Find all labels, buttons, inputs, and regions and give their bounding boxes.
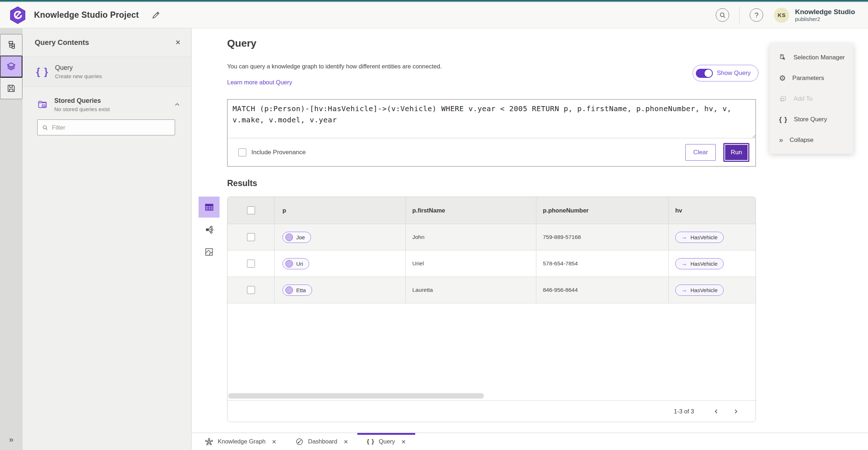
header-divider: [739, 7, 740, 24]
question-mark-icon: ?: [754, 11, 758, 19]
tab-label: Query: [379, 438, 395, 445]
cell-firstname: Lauretta: [406, 277, 536, 303]
next-page-button[interactable]: [730, 406, 741, 417]
store-query-label: Store Query: [794, 116, 827, 123]
tab-query[interactable]: { } Query ×: [357, 433, 415, 450]
close-icon: ×: [175, 37, 180, 47]
save-nav-button[interactable]: [0, 77, 22, 99]
braces-icon: { }: [779, 115, 787, 123]
search-button[interactable]: [716, 8, 729, 22]
map-view-icon: [204, 247, 214, 257]
expand-strip-button[interactable]: »: [0, 433, 22, 446]
toggle-switch-on[interactable]: [696, 69, 713, 78]
close-tab-icon[interactable]: ×: [401, 438, 406, 445]
project-title: Knowledge Studio Project: [34, 10, 139, 20]
show-query-toggle-button[interactable]: Show Query: [693, 65, 758, 81]
edge-chip[interactable]: → HasVehicle: [675, 258, 724, 269]
row-checkbox[interactable]: [247, 260, 255, 268]
selection-manager-label: Selection Manager: [793, 54, 845, 61]
column-header-hv: hv: [669, 197, 756, 224]
store-query-item[interactable]: { } Store Query: [770, 109, 854, 130]
user-info: Knowledge Studio publisher2: [795, 8, 855, 22]
include-provenance-label: Include Provenance: [251, 149, 306, 156]
select-all-checkbox[interactable]: [247, 206, 255, 214]
row-checkbox[interactable]: [247, 233, 255, 241]
chevron-right-icon: [733, 408, 739, 415]
cell-firstname: John: [406, 224, 536, 250]
table-view-button[interactable]: [199, 197, 220, 218]
document-tab-bar: Knowledge Graph × Dashboard × { } Query …: [192, 433, 868, 450]
node-dot-icon: [285, 286, 293, 294]
clear-button[interactable]: Clear: [685, 144, 716, 161]
stored-queries-title: Stored Queries: [54, 97, 174, 105]
close-tab-icon[interactable]: ×: [344, 438, 348, 445]
query-actions-panel: Selection Manager ⚙ Parameters Add To { …: [770, 43, 854, 154]
user-avatar[interactable]: KS: [774, 8, 789, 23]
column-header-p: p: [275, 197, 406, 224]
query-item-title: Query: [55, 64, 102, 72]
folder-icon: [37, 99, 48, 110]
close-panel-button[interactable]: ×: [175, 38, 180, 47]
app-logo-icon: [9, 6, 26, 24]
map-view-button[interactable]: [199, 241, 220, 262]
arrow-right-icon: →: [681, 261, 687, 266]
sidebar-item-query[interactable]: { } Query Create new queries: [22, 57, 191, 87]
parameters-item[interactable]: ⚙ Parameters: [770, 68, 854, 88]
stored-queries-subtitle: No stored queries exist: [54, 106, 174, 112]
dashboard-icon: [295, 437, 304, 446]
selection-manager-item[interactable]: Selection Manager: [770, 47, 854, 68]
add-to-item: Add To: [770, 88, 854, 109]
person-node-chip[interactable]: Etta: [282, 285, 312, 296]
include-provenance-checkbox[interactable]: [238, 148, 246, 156]
collapse-label: Collapse: [790, 136, 813, 144]
braces-icon: { }: [367, 438, 374, 445]
row-checkbox[interactable]: [247, 286, 255, 294]
app-header: Knowledge Studio Project ? KS Knowledge …: [0, 2, 868, 28]
arrow-right-icon: →: [681, 234, 687, 240]
tab-label: Knowledge Graph: [218, 438, 265, 445]
column-header-firstname: p.firstName: [406, 197, 536, 224]
link-chart-view-button[interactable]: [199, 219, 220, 240]
tab-dashboard[interactable]: Dashboard ×: [286, 433, 357, 450]
close-tab-icon[interactable]: ×: [272, 438, 276, 445]
tab-knowledge-graph[interactable]: Knowledge Graph ×: [195, 433, 286, 450]
table-pagination: 1-3 of 3: [227, 400, 756, 422]
table-empty-area: [227, 303, 756, 400]
cell-phonenumber: 846-956-8644: [536, 277, 669, 303]
chevron-up-icon[interactable]: [174, 101, 180, 108]
search-icon: [719, 12, 726, 19]
knowledge-graph-icon: [205, 437, 213, 446]
arrow-right-icon: →: [681, 287, 687, 293]
table-view-icon: [204, 202, 214, 212]
horizontal-scrollbar-thumb[interactable]: [228, 393, 484, 399]
edit-title-button[interactable]: [150, 9, 162, 21]
gear-icon: ⚙: [779, 74, 786, 82]
layers-nav-button[interactable]: [0, 56, 22, 77]
edge-chip[interactable]: → HasVehicle: [675, 232, 724, 243]
run-button[interactable]: Run: [724, 144, 748, 161]
cell-firstname: Uriel: [406, 251, 536, 277]
add-to-icon: [779, 95, 787, 103]
learn-more-link[interactable]: Learn more about Query: [227, 79, 292, 86]
hierarchy-nav-button[interactable]: [0, 34, 22, 56]
page-title: Query: [227, 38, 256, 49]
person-node-chip[interactable]: Joe: [282, 232, 311, 243]
help-button[interactable]: ?: [750, 8, 763, 22]
node-dot-icon: [285, 234, 293, 241]
hierarchy-icon: [6, 40, 16, 50]
edge-chip[interactable]: → HasVehicle: [675, 285, 724, 296]
panel-header: Query Contents ×: [22, 28, 191, 57]
pagination-range-label: 1-3 of 3: [674, 408, 694, 415]
panel-title: Query Contents: [35, 38, 175, 47]
cell-phonenumber: 578-654-7854: [536, 251, 669, 277]
query-text-input[interactable]: MATCH (p:Person)-[hv:HasVehicle]->(v:Veh…: [227, 100, 756, 138]
query-editor: MATCH (p:Person)-[hv:HasVehicle]->(v:Veh…: [227, 99, 756, 167]
stored-queries-header[interactable]: Stored Queries No stored queries exist: [22, 92, 191, 116]
collapse-item[interactable]: » Collapse: [770, 130, 854, 150]
results-table: p p.firstName p.phoneNumber hv Joe John …: [227, 197, 756, 422]
filter-input[interactable]: [52, 124, 170, 131]
previous-page-button[interactable]: [711, 406, 722, 417]
layers-icon: [6, 62, 16, 72]
selection-manager-icon: [779, 54, 787, 62]
person-node-chip[interactable]: Uri: [282, 258, 309, 269]
